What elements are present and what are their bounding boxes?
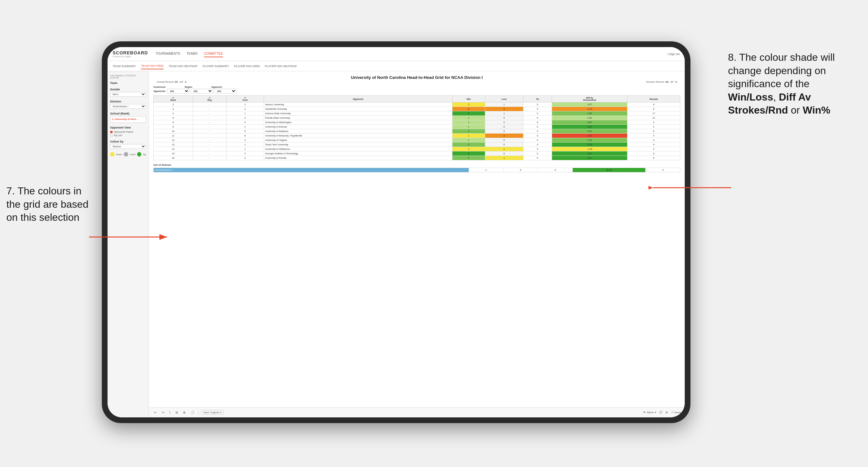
cell-reg: - [193, 151, 226, 156]
cell-name: University of Florida [264, 156, 452, 160]
radio-opponents-played[interactable]: Opponents Played [110, 130, 146, 133]
cell-reg: - [193, 120, 226, 125]
out-div-rounds: 3 [646, 168, 680, 173]
view-chevron: ▾ [220, 411, 221, 414]
conference-select[interactable]: (All) [167, 89, 189, 94]
division-record: Division Record: 88 - 17 - 0 [646, 81, 677, 83]
undo-btn[interactable]: ↩ [153, 410, 158, 415]
table-header-row: #Rank #Reg #Conf Opponent Win Loss Tie D… [154, 96, 680, 102]
gender-select[interactable]: Men's [110, 92, 146, 97]
cell-loss: 4 [485, 107, 523, 111]
table-row: 9 - 1 University of Arizona 1 0 0 9.00 2 [154, 125, 680, 129]
legend-row: Down Level Up [110, 152, 146, 157]
out-div-win: 1 [469, 168, 503, 173]
sign-out-link[interactable]: | Sign out [668, 53, 680, 56]
cell-conf: 4 [226, 151, 264, 156]
arrow-right [648, 178, 731, 197]
opponent-select[interactable]: (All) [214, 89, 237, 94]
col-tie: Tie [523, 96, 552, 102]
cell-loss: 0 [485, 120, 523, 125]
col-rounds: Rounds [627, 96, 680, 102]
region-select[interactable]: (All) [191, 89, 213, 94]
clock-btn[interactable]: 🕐 [189, 410, 196, 415]
table-row: 12 - 3 University of Virginia 1 0 0 2.33… [154, 138, 680, 143]
cell-loss: 1 [485, 102, 523, 107]
colour-by-select[interactable]: Win/loss [110, 144, 146, 149]
cell-rounds: 17 [627, 111, 680, 116]
division-select[interactable]: NCAA Division I [110, 104, 146, 109]
cell-win: 2 [453, 102, 485, 107]
cell-rank: 6 [154, 116, 193, 120]
col-loss: Loss [485, 96, 523, 102]
cell-win: 1 [453, 116, 485, 120]
sidebar-division-label: Division [110, 100, 146, 103]
cell-loss: 0 [485, 143, 523, 147]
table-row: 8 - 2 University of Washington 1 0 0 3.6… [154, 120, 680, 125]
cell-name: University of Virginia [264, 138, 452, 143]
grid-btn[interactable]: ⊞ [665, 411, 668, 414]
sub-nav-team-h2h-heatmap[interactable]: TEAM H2H HEATMAP [168, 63, 197, 69]
cell-win: 5 [453, 111, 485, 116]
copy-btn[interactable]: ⧉ [174, 410, 179, 415]
school-box: 1. University of Nort... [110, 116, 146, 123]
colour-by-label: Colour by [110, 140, 146, 143]
col-win: Win [453, 96, 485, 102]
cell-win: 1 [453, 138, 485, 143]
sub-nav-team-summary[interactable]: TEAM SUMMARY [113, 63, 136, 69]
cell-tie: 0 [523, 143, 552, 147]
cell-diff: 6.67 [552, 156, 627, 160]
opponent-view-section: Opponent View Opponents Played Top 100 [110, 126, 146, 137]
cell-win: 5 [453, 151, 485, 156]
cell-diff: -4.33 [552, 134, 627, 138]
cell-reg: - [193, 129, 226, 134]
cell-reg: - [193, 134, 226, 138]
table-row: 2 - 1 Auburn University 2 1 0 1.67 9 [154, 102, 680, 107]
cell-tie: 0 [523, 147, 552, 151]
sub-nav-player-h2h-heatmap[interactable]: PLAYER H2H HEATMAP [265, 63, 297, 69]
cell-reg: - [193, 107, 226, 111]
sub-nav-player-summary[interactable]: PLAYER SUMMARY [203, 63, 229, 69]
radio-opponents-played-dot [110, 131, 113, 133]
cell-rank: 11 [154, 134, 193, 138]
view-selector[interactable]: View: Original ▾ [201, 410, 224, 415]
cell-name: Texas Tech University [264, 143, 452, 147]
watch-btn[interactable]: 👁 Watch ▾ [643, 411, 656, 414]
cell-win: 0 [453, 107, 485, 111]
cell-name: Auburn University [264, 102, 452, 107]
logo-sub: Powered by clippd [113, 55, 148, 58]
legend-up-label: Up [143, 153, 146, 156]
cell-diff: 9.00 [552, 125, 627, 129]
cell-reg: - [193, 102, 226, 107]
comment-btn[interactable]: 💬 [659, 411, 662, 414]
cell-rank: 4 [154, 111, 193, 116]
share-btn[interactable]: ↗ Share [671, 411, 681, 414]
cell-diff: 2.28 [552, 111, 627, 116]
cell-name: Florida State University [264, 116, 452, 120]
cell-reg: - [193, 156, 226, 160]
sub-nav-player-h2h-grid[interactable]: PLAYER H2H GRID [234, 63, 260, 69]
nav-teams[interactable]: TEAMS [186, 51, 197, 57]
cell-loss: 0 [485, 138, 523, 143]
nav-tournaments[interactable]: TOURNAMENTS [156, 51, 180, 57]
cell-tie: 0 [523, 116, 552, 120]
tablet-frame: SCOREBOARD Powered by clippd TOURNAMENTS… [102, 41, 690, 423]
cell-conf: 3 [226, 138, 264, 143]
out-of-div-label: Out of division [153, 163, 680, 166]
table-row: 11 - 6 University of Arkansas, Fayettevi… [154, 134, 680, 138]
redo-btn[interactable]: ↪ [160, 410, 165, 415]
eye-icon: 👁 [643, 411, 646, 414]
nav-items: TOURNAMENTS TEAMS COMMITTEE [156, 51, 668, 57]
sub-nav-team-h2h-grid[interactable]: TEAM H2H GRID [141, 63, 163, 69]
cell-rank: 10 [154, 129, 193, 134]
forward-btn[interactable]: ⟩ [168, 410, 172, 415]
radio-top100[interactable]: Top 100 [110, 134, 146, 137]
cell-rounds: 3 [627, 147, 680, 151]
sub-nav: TEAM SUMMARY TEAM H2H GRID TEAM H2H HEAT… [107, 61, 685, 71]
logo-area: SCOREBOARD Powered by clippd [113, 50, 148, 58]
cell-win: 3 [453, 156, 485, 160]
cell-rank: 9 [154, 125, 193, 129]
paste-btn[interactable]: ⊕ [182, 410, 187, 415]
nav-committee[interactable]: COMMITTEE [204, 51, 223, 57]
table-row: 13 - 1 Texas Tech University 3 0 0 5.56 … [154, 143, 680, 147]
main-content: Last Updated: 27/03/2024 16:55:38 Team G… [107, 71, 685, 417]
